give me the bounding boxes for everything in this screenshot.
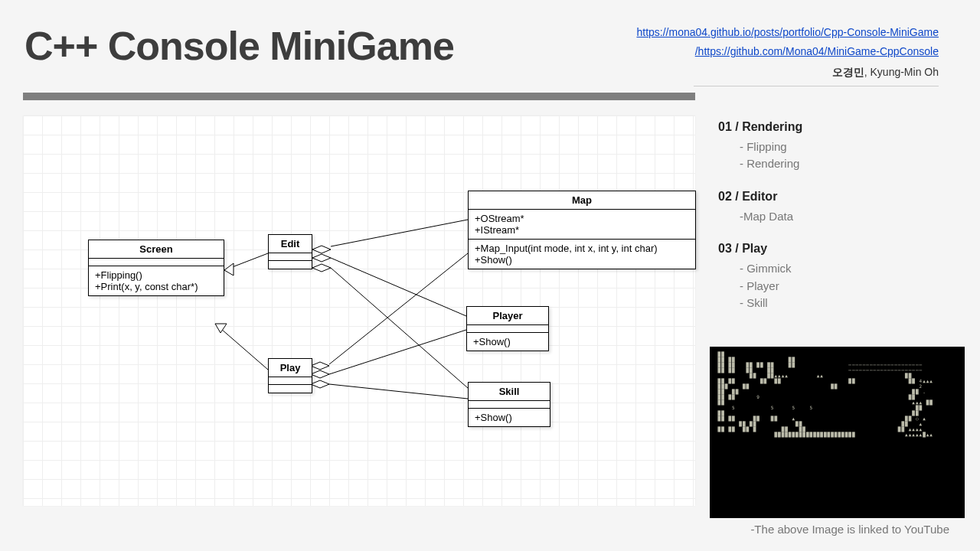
uml-player-attrs bbox=[467, 325, 548, 333]
uml-play-attrs bbox=[269, 377, 312, 385]
uml-skill-methods: +Show() bbox=[469, 409, 550, 426]
toc-section-editor: 02 / Editor -Map Data bbox=[718, 190, 956, 226]
meta-block: https://mona04.github.io/posts/portfolio… bbox=[636, 23, 965, 86]
uml-map-methods: +Map_Input(int mode, int x, int y, int c… bbox=[469, 240, 695, 269]
svg-marker-5 bbox=[312, 254, 331, 262]
svg-line-6 bbox=[331, 268, 468, 388]
toc-list: - Flipping - Rendering bbox=[718, 139, 956, 173]
meta-divider bbox=[694, 86, 939, 86]
toc-heading: 03 / Play bbox=[718, 242, 956, 256]
svg-marker-3 bbox=[312, 246, 331, 253]
toc-heading: 02 / Editor bbox=[718, 190, 956, 204]
uml-map-name: Map bbox=[469, 191, 695, 210]
uml-play-methods bbox=[269, 385, 312, 393]
uml-map-attr: +IStream* bbox=[475, 224, 689, 236]
svg-line-10 bbox=[329, 330, 466, 374]
uml-screen-method: +Print(x, y, const char*) bbox=[95, 281, 217, 292]
svg-marker-11 bbox=[311, 370, 329, 378]
uml-connectors bbox=[23, 116, 695, 506]
author-kor: 오경민 bbox=[832, 66, 864, 78]
toc-item: - Player bbox=[740, 278, 956, 295]
uml-skill-attrs bbox=[469, 401, 550, 409]
uml-skill: Skill +Show() bbox=[468, 382, 550, 427]
uml-screen-name: Screen bbox=[89, 240, 224, 259]
author-eng: , Kyung-Min Oh bbox=[864, 66, 939, 78]
svg-marker-9 bbox=[311, 362, 329, 370]
toc-item: - Rendering bbox=[740, 155, 956, 173]
toc-item: - Gimmick bbox=[740, 260, 956, 278]
uml-map-method: +Show() bbox=[475, 254, 689, 266]
svg-line-8 bbox=[329, 253, 468, 364]
svg-marker-7 bbox=[312, 264, 331, 272]
youtube-thumbnail-link[interactable]: ██ ██ ██ ██ ██ ██ ██ ██ ██ ██ ──────────… bbox=[710, 347, 965, 518]
uml-edit-methods bbox=[269, 261, 312, 269]
github-link[interactable]: /https://github.com/Mona04/MiniGame-CppC… bbox=[695, 45, 939, 57]
portfolio-link[interactable]: https://mona04.github.io/posts/portfolio… bbox=[636, 26, 939, 38]
uml-map-method: +Map_Input(int mode, int x, int y, int c… bbox=[475, 243, 689, 254]
uml-map-attrs: +OStream* +IStream* bbox=[469, 210, 695, 240]
toc-item: - Skill bbox=[740, 295, 956, 312]
svg-line-0 bbox=[224, 253, 268, 270]
uml-skill-name: Skill bbox=[469, 383, 550, 401]
page-title: C++ Console MiniGame bbox=[24, 23, 454, 69]
uml-player-method: +Show() bbox=[473, 336, 542, 347]
header: C++ Console MiniGame https://mona04.gith… bbox=[0, 0, 980, 86]
uml-screen-attrs bbox=[89, 259, 224, 266]
toc-section-play: 03 / Play - Gimmick - Player - Skill bbox=[718, 242, 956, 312]
uml-map-attr: +OStream* bbox=[475, 213, 689, 224]
thumbnail-ascii: ██ ██ ██ ██ ██ ██ ██ ██ ██ ██ ──────────… bbox=[710, 347, 965, 442]
uml-screen-methods: +Flipping() +Print(x, y, const char*) bbox=[89, 266, 224, 295]
uml-edit-name: Edit bbox=[269, 235, 312, 253]
svg-line-2 bbox=[331, 220, 468, 246]
svg-line-4 bbox=[331, 258, 466, 316]
uml-diagram: Screen +Flipping() +Print(x, y, const ch… bbox=[23, 116, 695, 506]
uml-edit: Edit bbox=[268, 234, 312, 269]
uml-edit-attrs bbox=[269, 253, 312, 261]
uml-screen: Screen +Flipping() +Print(x, y, const ch… bbox=[88, 240, 224, 296]
uml-player-methods: +Show() bbox=[467, 333, 548, 350]
toc-item: - Flipping bbox=[740, 139, 956, 156]
toc-list: -Map Data bbox=[718, 208, 956, 226]
uml-play-name: Play bbox=[269, 359, 312, 377]
svg-line-1 bbox=[215, 324, 268, 370]
uml-map: Map +OStream* +IStream* +Map_Input(int m… bbox=[468, 191, 696, 269]
thumbnail-caption: -The above Image is linked to YouTube bbox=[750, 523, 949, 536]
uml-player: Player +Show() bbox=[466, 306, 549, 351]
uml-play: Play bbox=[268, 358, 312, 393]
svg-line-12 bbox=[329, 384, 468, 399]
uml-screen-method: +Flipping() bbox=[95, 269, 217, 281]
title-underline bbox=[23, 93, 695, 100]
uml-skill-method: +Show() bbox=[475, 412, 544, 423]
svg-marker-13 bbox=[311, 380, 329, 388]
toc-item: -Map Data bbox=[740, 208, 956, 226]
toc-list: - Gimmick - Player - Skill bbox=[718, 260, 956, 312]
author: 오경민, Kyung-Min Oh bbox=[636, 63, 939, 82]
uml-player-name: Player bbox=[467, 307, 548, 325]
toc-section-rendering: 01 / Rendering - Flipping - Rendering bbox=[718, 120, 956, 173]
toc-heading: 01 / Rendering bbox=[718, 120, 956, 134]
